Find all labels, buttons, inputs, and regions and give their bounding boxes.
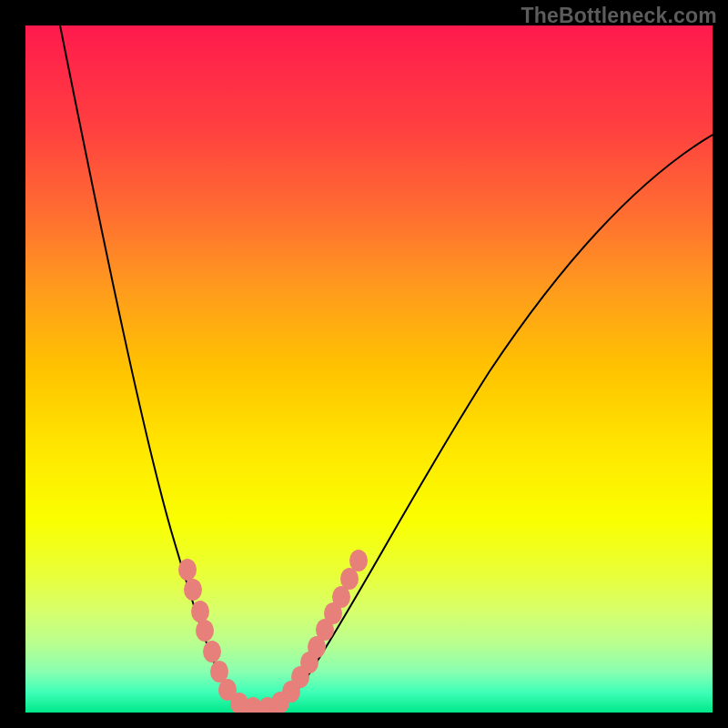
data-marker <box>191 601 209 622</box>
watermark-text: TheBottleneck.com <box>521 4 717 28</box>
chart-svg <box>25 25 713 713</box>
data-marker <box>196 620 214 642</box>
series-left-curve <box>60 25 264 709</box>
chart-frame: TheBottleneck.com <box>0 0 728 728</box>
plot-area <box>25 25 713 713</box>
data-markers <box>178 550 368 713</box>
data-marker <box>340 568 359 590</box>
data-marker <box>178 559 197 581</box>
data-marker <box>203 641 221 662</box>
data-marker <box>184 579 202 601</box>
data-marker <box>349 550 368 571</box>
curve-lines <box>60 25 713 709</box>
